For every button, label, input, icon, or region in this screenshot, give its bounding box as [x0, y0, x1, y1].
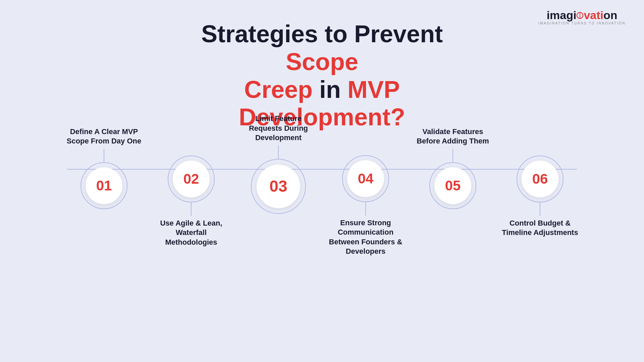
step-5-circle-outer: 05	[429, 162, 476, 209]
step-3-connector-top	[278, 145, 279, 159]
step-5-connector-top	[452, 149, 453, 162]
step-1-circle-inner: 01	[86, 167, 122, 204]
step-2-circle-outer: 02	[168, 156, 215, 202]
step-6-label: Control Budget &Timeline Adjustments	[502, 216, 578, 256]
step-5-number: 05	[445, 178, 461, 194]
step-6-circle-inner: 06	[522, 161, 558, 197]
step-1: Define A Clear MVPScope From Day One 01	[60, 119, 148, 263]
diagram: Define A Clear MVPScope From Day One 01 …	[0, 114, 644, 362]
step-4-circle-inner: 04	[347, 160, 384, 197]
step-2-circle-inner: 02	[173, 161, 210, 197]
step-6-connector-bottom	[540, 202, 540, 216]
step-5-label: Validate FeaturesBefore Adding Them	[417, 119, 489, 149]
logo-text: imagi vation	[547, 9, 618, 21]
step-4-number: 04	[358, 171, 374, 187]
step-1-circle-outer: 01	[80, 162, 127, 209]
step-2-connector-bottom	[191, 202, 192, 216]
step-5: Validate FeaturesBefore Adding Them 05	[409, 119, 496, 263]
step-6: 06 Control Budget &Timeline Adjustments	[496, 125, 584, 256]
logo: imagi vation IMAGINATION TURNS TO INNOVA…	[538, 9, 626, 25]
step-2: 02 Use Agile & Lean,WaterfallMethodologi…	[148, 125, 235, 256]
step-6-number: 06	[532, 171, 548, 187]
step-4-label: Ensure StrongCommunicationBetween Founde…	[329, 216, 402, 256]
step-4-connector-bottom	[365, 202, 366, 216]
steps-container: Define A Clear MVPScope From Day One 01 …	[0, 114, 644, 267]
step-5-circle-inner: 05	[434, 167, 471, 204]
step-3: Limit FeatureRequests DuringDevelopment …	[235, 114, 322, 267]
step-6-circle-outer: 06	[517, 156, 564, 202]
step-4: 04 Ensure StrongCommunicationBetween Fou…	[322, 125, 409, 256]
step-3-circle-inner: 03	[257, 165, 300, 208]
step-2-label: Use Agile & Lean,WaterfallMethodologies	[160, 216, 222, 256]
step-3-label: Limit FeatureRequests DuringDevelopment	[249, 114, 308, 145]
step-1-connector-top	[104, 149, 104, 162]
step-1-label: Define A Clear MVPScope From Day One	[67, 119, 142, 149]
step-2-number: 02	[183, 171, 199, 187]
logo-tagline: IMAGINATION TURNS TO INNOVATION	[538, 21, 626, 25]
page-background: imagi vation IMAGINATION TURNS TO INNOVA…	[0, 0, 644, 362]
step-3-circle-outer: 03	[251, 159, 306, 214]
step-1-number: 01	[96, 178, 112, 194]
step-3-number: 03	[269, 177, 287, 195]
logo-o-icon	[576, 12, 584, 19]
step-4-circle-outer: 04	[342, 155, 389, 202]
